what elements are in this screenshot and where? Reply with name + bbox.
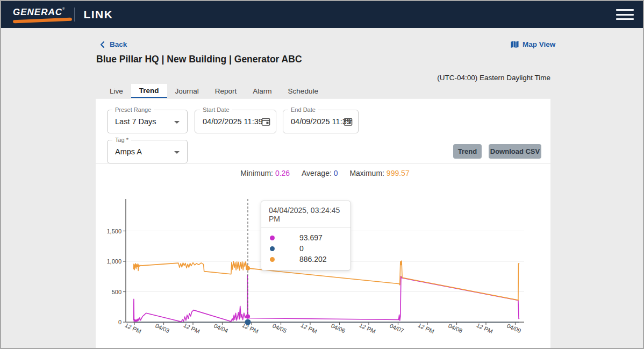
product-name: LINK: [83, 8, 113, 21]
series-dot-icon: [270, 246, 275, 251]
page-title: Blue Pillar HQ | New Building | Generato…: [96, 54, 302, 65]
map-view-button[interactable]: Map View: [511, 40, 555, 48]
tag-value: Amps A: [115, 147, 142, 156]
tag-select[interactable]: Tag * Amps A: [107, 140, 188, 163]
stats-row: Minimum: 0.26 Average: 0 Maximum: 999.57: [126, 169, 524, 177]
calendar-icon[interactable]: [344, 117, 353, 126]
tag-label: Tag *: [112, 137, 131, 143]
calendar-icon[interactable]: [261, 117, 270, 126]
top-bar: GENERAC® LINK: [1, 1, 643, 28]
svg-text:500: 500: [112, 289, 121, 295]
start-date-input[interactable]: Start Date 04/02/2025 11:39: [195, 110, 276, 133]
brand-logo: GENERAC® LINK: [13, 7, 113, 22]
download-csv-button[interactable]: Download CSV: [489, 144, 541, 159]
timezone-label: (UTC-04:00) Eastern Daylight Time: [96, 74, 550, 82]
tab-report[interactable]: Report: [207, 84, 245, 98]
generac-swoosh-icon: [13, 18, 72, 24]
svg-text:0: 0: [118, 319, 121, 325]
minimum-label: Minimum:: [240, 169, 273, 177]
generac-logo: GENERAC®: [13, 7, 65, 22]
svg-text:12 PM: 12 PM: [124, 322, 142, 334]
svg-text:04/08: 04/08: [447, 322, 463, 334]
registered-mark: ®: [62, 7, 65, 10]
svg-text:04/06: 04/06: [330, 322, 346, 334]
tooltip-value: 886.202: [299, 255, 327, 263]
minimum-value: 0.26: [275, 169, 290, 177]
back-label: Back: [110, 40, 127, 48]
tab-schedule[interactable]: Schedule: [280, 84, 326, 98]
tab-trend[interactable]: Trend: [131, 84, 167, 98]
svg-text:04/05: 04/05: [271, 322, 288, 334]
generac-wordmark: GENERAC: [13, 7, 62, 17]
svg-text:12 PM: 12 PM: [183, 322, 201, 334]
tooltip-row: 93.697: [261, 232, 350, 243]
svg-text:12 PM: 12 PM: [300, 322, 318, 334]
svg-text:1,000: 1,000: [106, 258, 121, 265]
tab-alarm[interactable]: Alarm: [245, 84, 280, 98]
trend-button[interactable]: Trend: [453, 144, 482, 159]
series-dot-icon: [270, 236, 275, 240]
svg-text:12 PM: 12 PM: [417, 322, 435, 334]
maximum-value: 999.57: [387, 169, 410, 177]
filter-section: Preset Range Last 7 Days Start Date 04/0…: [96, 98, 550, 163]
svg-text:04/04: 04/04: [213, 322, 229, 334]
tooltip-row: 0: [261, 243, 350, 254]
tab-journal[interactable]: Journal: [167, 84, 207, 98]
end-date-label: End Date: [288, 106, 318, 113]
tab-live[interactable]: Live: [102, 84, 131, 98]
chevron-down-icon: [174, 151, 180, 154]
end-date-value: 04/09/2025 11:39: [291, 117, 351, 126]
chevron-left-icon: [99, 41, 105, 48]
svg-text:12 PM: 12 PM: [476, 322, 494, 334]
tooltip-value: 93.697: [299, 233, 323, 242]
svg-text:04/07: 04/07: [389, 322, 405, 334]
app-window: GENERAC® LINK Back Map View Blue Pillar …: [0, 0, 644, 349]
hamburger-menu-icon[interactable]: [616, 8, 634, 22]
tooltip-value: 0: [299, 244, 304, 253]
start-date-value: 04/02/2025 11:39: [203, 117, 263, 126]
start-date-label: Start Date: [200, 106, 232, 113]
trend-chart[interactable]: 05001,0001,50012 PM04/0312 PM04/0412 PM0…: [96, 195, 550, 348]
svg-text:12 PM: 12 PM: [359, 322, 377, 334]
preset-range-select[interactable]: Preset Range Last 7 Days: [107, 110, 188, 133]
maximum-label: Maximum:: [349, 169, 384, 177]
preset-range-value: Last 7 Days: [115, 117, 156, 126]
end-date-input[interactable]: End Date 04/09/2025 11:39: [283, 110, 359, 133]
chevron-down-icon: [174, 121, 180, 124]
tooltip-timestamp: 04/04/2025, 03:24:45 PM: [261, 201, 350, 228]
average-label: Average:: [302, 169, 332, 177]
preset-range-label: Preset Range: [112, 106, 154, 113]
map-icon: [511, 40, 519, 48]
average-value: 0: [334, 169, 338, 177]
back-link[interactable]: Back: [99, 40, 127, 48]
svg-text:1,500: 1,500: [106, 228, 121, 234]
tab-bar: LiveTrendJournalReportAlarmSchedule: [96, 84, 550, 98]
map-view-label: Map View: [523, 40, 555, 48]
series-dot-icon: [270, 257, 275, 262]
chart-tooltip: 04/04/2025, 03:24:45 PM 93.6970886.202: [261, 201, 351, 270]
tooltip-row: 886.202: [261, 254, 350, 265]
content-panel: Preset Range Last 7 Days Start Date 04/0…: [96, 98, 550, 349]
tooltip-values: 93.6970886.202: [261, 228, 350, 270]
svg-text:04/09: 04/09: [506, 322, 522, 334]
svg-text:04/03: 04/03: [154, 322, 170, 334]
brand-divider: [74, 8, 75, 22]
